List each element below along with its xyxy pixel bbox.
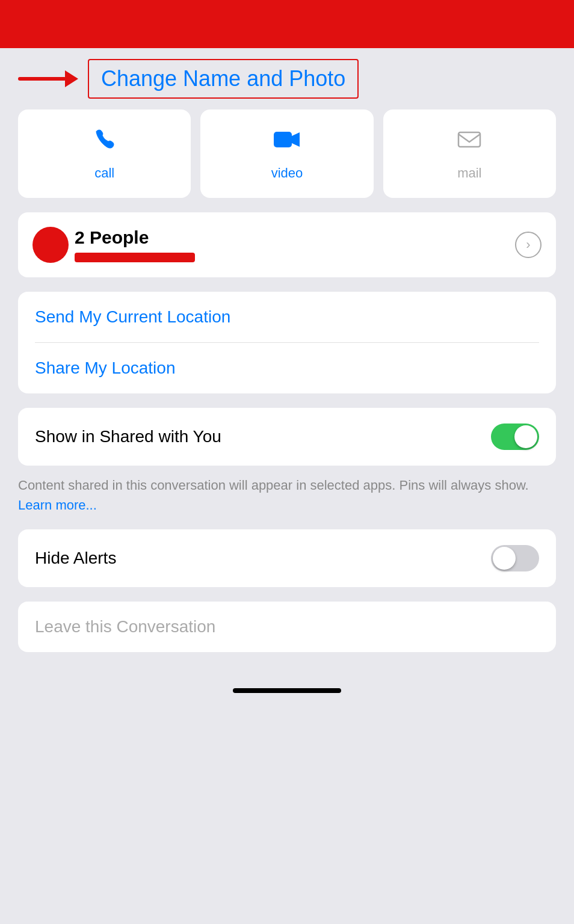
shared-with-you-toggle[interactable] bbox=[491, 424, 539, 450]
video-button[interactable]: video bbox=[200, 109, 373, 198]
hide-alerts-label: Hide Alerts bbox=[35, 549, 116, 568]
call-icon bbox=[91, 126, 118, 158]
mail-label: mail bbox=[457, 165, 481, 181]
home-bar bbox=[233, 688, 341, 693]
shared-with-you-label: Show in Shared with You bbox=[35, 427, 221, 446]
leave-conversation-text: Leave this Conversation bbox=[35, 617, 215, 636]
arrow-line bbox=[18, 77, 66, 81]
svg-rect-0 bbox=[274, 132, 292, 147]
shared-description-text: Content shared in this conversation will… bbox=[18, 478, 529, 493]
people-section[interactable]: 2 People › bbox=[18, 212, 556, 277]
change-name-row: Change Name and Photo bbox=[0, 48, 574, 109]
chevron-icon: › bbox=[526, 237, 530, 253]
action-buttons-row: call video mail bbox=[0, 109, 574, 198]
change-name-box[interactable]: Change Name and Photo bbox=[88, 59, 359, 99]
svg-rect-1 bbox=[458, 132, 480, 147]
people-info: 2 People bbox=[75, 227, 195, 262]
hide-alerts-section: Hide Alerts bbox=[18, 529, 556, 587]
location-section: Send My Current Location Share My Locati… bbox=[18, 292, 556, 393]
top-bar bbox=[0, 0, 574, 48]
share-location-button[interactable]: Share My Location bbox=[18, 343, 556, 393]
video-icon bbox=[273, 126, 301, 158]
hide-alerts-toggle[interactable] bbox=[491, 545, 539, 571]
hide-alerts-toggle-thumb bbox=[493, 547, 516, 570]
shared-with-you-section: Show in Shared with You bbox=[18, 408, 556, 466]
arrow-head bbox=[65, 70, 78, 87]
shared-description: Content shared in this conversation will… bbox=[0, 475, 574, 529]
call-label: call bbox=[94, 165, 114, 181]
change-name-text: Change Name and Photo bbox=[101, 66, 345, 91]
red-arrow bbox=[18, 70, 78, 87]
home-indicator bbox=[0, 676, 574, 711]
video-label: video bbox=[271, 165, 303, 181]
avatar-placeholder bbox=[32, 227, 69, 263]
call-button[interactable]: call bbox=[18, 109, 191, 198]
mail-button[interactable]: mail bbox=[383, 109, 556, 198]
leave-conversation-section[interactable]: Leave this Conversation bbox=[18, 602, 556, 652]
mail-icon bbox=[456, 126, 483, 158]
people-name-bar bbox=[75, 253, 195, 262]
toggle-thumb bbox=[514, 425, 537, 448]
chevron-circle-icon: › bbox=[515, 232, 542, 258]
learn-more-link[interactable]: Learn more... bbox=[18, 497, 97, 513]
people-content: 2 People bbox=[32, 227, 195, 263]
send-location-button[interactable]: Send My Current Location bbox=[18, 292, 556, 342]
people-label: 2 People bbox=[75, 227, 195, 248]
